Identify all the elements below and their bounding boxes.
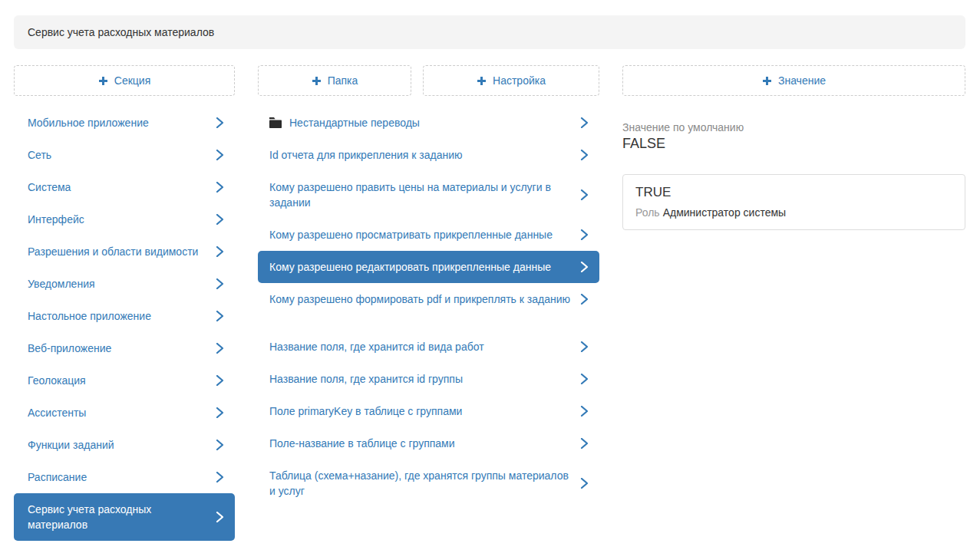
columns: Секция Мобильное приложение Сеть bbox=[14, 65, 965, 541]
page-title: Сервис учета расходных материалов bbox=[28, 26, 214, 38]
section-label: Сервис учета расходных материалов bbox=[28, 493, 207, 541]
chevron-right-icon bbox=[579, 438, 589, 449]
chevron-right-icon bbox=[215, 150, 224, 160]
settings-list: Нестандартные переводы Id отчета для при… bbox=[258, 107, 599, 507]
sidebar-section-item[interactable]: Разрешения и области видимости bbox=[14, 235, 235, 268]
chevron-right-icon bbox=[215, 343, 224, 354]
chevron-right-icon bbox=[215, 311, 224, 321]
setting-item[interactable]: Поле-название в таблице с группами bbox=[258, 427, 599, 459]
section-label: Сеть bbox=[28, 139, 207, 171]
settings-toolbar: Папка Настройка bbox=[258, 65, 599, 96]
section-label: Ассистенты bbox=[28, 397, 207, 429]
setting-item[interactable]: Таблица (схема+назание), где хранятся гр… bbox=[258, 459, 599, 507]
setting-label: Кому разрешено править цены на материалы… bbox=[269, 171, 572, 219]
role-label: Роль bbox=[635, 206, 660, 219]
setting-item[interactable]: Нестандартные переводы bbox=[258, 107, 599, 139]
chevron-right-icon bbox=[579, 374, 589, 384]
section-label: Геолокация bbox=[28, 364, 207, 397]
sidebar-section-item[interactable]: Сервис учета расходных материалов bbox=[14, 493, 235, 541]
section-label: Система bbox=[28, 171, 207, 203]
chevron-right-icon bbox=[579, 478, 589, 489]
chevron-right-icon bbox=[579, 150, 589, 160]
chevron-right-icon bbox=[215, 214, 224, 225]
values-column: Значение Значение по умолчанию FALSE TRU… bbox=[622, 65, 965, 230]
chevron-right-icon bbox=[215, 117, 224, 128]
setting-label: Кому разрешено формировать pdf и прикреп… bbox=[269, 283, 572, 315]
chevron-right-icon bbox=[215, 278, 224, 289]
chevron-right-icon bbox=[215, 512, 224, 522]
value-role: РольАдминистратор системы bbox=[635, 206, 952, 219]
add-value-label: Значение bbox=[778, 74, 826, 87]
add-section-label: Секция bbox=[114, 74, 150, 87]
setting-label: Кому разрешено просматривать прикрепленн… bbox=[269, 219, 572, 251]
setting-label: Название поля, где хранится id группы bbox=[269, 363, 572, 395]
section-label: Расписание bbox=[28, 461, 207, 493]
setting-item[interactable]: Кому разрешено править цены на материалы… bbox=[258, 171, 599, 219]
setting-label: Поле primaryKey в таблице с группами bbox=[269, 395, 572, 427]
section-label: Функции заданий bbox=[28, 429, 207, 461]
setting-item[interactable]: Id отчета для прикрепления к заданию bbox=[258, 139, 599, 171]
sidebar-section-item[interactable]: Интерфейс bbox=[14, 203, 235, 235]
chevron-right-icon bbox=[215, 407, 224, 418]
sidebar-section-item[interactable]: Настольное приложение bbox=[14, 300, 235, 332]
setting-label: Кому разрешено редактировать прикрепленн… bbox=[269, 251, 572, 283]
sidebar-section-item[interactable]: Ассистенты bbox=[14, 397, 235, 429]
plus-icon bbox=[98, 76, 108, 86]
section-label: Интерфейс bbox=[28, 203, 207, 235]
section-label: Мобильное приложение bbox=[28, 107, 207, 139]
value-card[interactable]: TRUE РольАдминистратор системы bbox=[622, 174, 965, 230]
setting-item[interactable]: Кому разрешено просматривать прикрепленн… bbox=[258, 219, 599, 251]
sections-column: Секция Мобильное приложение Сеть bbox=[14, 65, 235, 541]
chevron-right-icon bbox=[215, 440, 224, 450]
default-value: FALSE bbox=[622, 136, 965, 152]
setting-item[interactable]: Кому разрешено редактировать прикрепленн… bbox=[258, 251, 599, 283]
add-value-button[interactable]: Значение bbox=[622, 65, 965, 96]
setting-item[interactable]: Название поля, где хранится id вида рабо… bbox=[258, 331, 599, 363]
add-section-button[interactable]: Секция bbox=[14, 65, 235, 96]
sidebar-section-item[interactable]: Мобильное приложение bbox=[14, 107, 235, 139]
default-value-label: Значение по умолчанию bbox=[622, 121, 965, 133]
chevron-right-icon bbox=[579, 189, 589, 200]
chevron-right-icon bbox=[579, 229, 589, 240]
chevron-right-icon bbox=[579, 117, 589, 128]
chevron-right-icon bbox=[579, 406, 589, 417]
sidebar-section-item[interactable]: Уведомления bbox=[14, 268, 235, 300]
chevron-right-icon bbox=[215, 375, 224, 386]
chevron-right-icon bbox=[579, 294, 589, 305]
chevron-right-icon bbox=[215, 182, 224, 193]
sidebar-section-item[interactable]: Геолокация bbox=[14, 364, 235, 397]
add-setting-label: Настройка bbox=[493, 74, 546, 87]
sidebar-section-item[interactable]: Система bbox=[14, 171, 235, 203]
section-label: Разрешения и области видимости bbox=[28, 235, 207, 268]
add-folder-button[interactable]: Папка bbox=[258, 65, 411, 96]
value-text: TRUE bbox=[635, 185, 952, 200]
setting-label: Поле-название в таблице с группами bbox=[269, 427, 572, 459]
chevron-right-icon bbox=[579, 341, 589, 352]
section-label: Настольное приложение bbox=[28, 300, 207, 332]
plus-icon bbox=[477, 76, 487, 86]
section-label: Уведомления bbox=[28, 268, 207, 300]
setting-item[interactable]: Название поля, где хранится id группы bbox=[258, 363, 599, 395]
chevron-right-icon bbox=[579, 262, 589, 272]
add-setting-button[interactable]: Настройка bbox=[423, 65, 599, 96]
breadcrumb-bar: Сервис учета расходных материалов bbox=[14, 15, 965, 49]
folder-icon bbox=[269, 117, 282, 128]
setting-label: Id отчета для прикрепления к заданию bbox=[269, 139, 572, 171]
chevron-right-icon bbox=[215, 472, 224, 482]
sidebar-section-item[interactable]: Сеть bbox=[14, 139, 235, 171]
add-folder-label: Папка bbox=[328, 74, 358, 87]
sidebar-section-item[interactable]: Веб-приложение bbox=[14, 332, 235, 364]
role-value: Администратор системы bbox=[663, 206, 786, 219]
settings-column: Папка Настройка Нестандартные переводы bbox=[258, 65, 599, 507]
settings-page: Сервис учета расходных материалов Секция… bbox=[0, 0, 980, 541]
sidebar-section-item[interactable]: Расписание bbox=[14, 461, 235, 493]
section-label: Веб-приложение bbox=[28, 332, 207, 364]
sidebar-section-item[interactable]: Функции заданий bbox=[14, 429, 235, 461]
plus-icon bbox=[762, 76, 772, 86]
plus-icon bbox=[312, 76, 322, 86]
sections-list: Мобильное приложение Сеть Систем bbox=[14, 107, 235, 541]
setting-item[interactable]: Поле primaryKey в таблице с группами bbox=[258, 395, 599, 427]
value-entries: TRUE РольАдминистратор системы bbox=[622, 174, 965, 230]
setting-item[interactable]: Кому разрешено формировать pdf и прикреп… bbox=[258, 283, 599, 315]
setting-label: Таблица (схема+назание), где хранятся гр… bbox=[269, 459, 572, 507]
